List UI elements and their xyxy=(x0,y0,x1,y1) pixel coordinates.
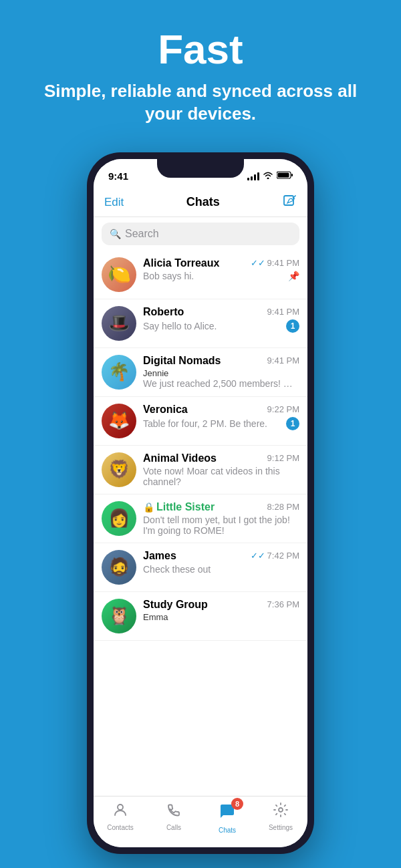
tab-calls[interactable]: Calls xyxy=(147,802,200,834)
chat-content-sister: 🔒 Little Sister 8:28 PM Don't tell mom y… xyxy=(143,501,299,536)
search-input[interactable]: Search xyxy=(125,228,159,240)
search-bar[interactable]: 🔍 Search xyxy=(102,223,299,245)
chat-content-animals: Animal Videos 9:12 PM Vote now! Moar cat… xyxy=(143,452,299,487)
chat-item-roberto[interactable]: 🎩 Roberto 9:41 PM Say hello to Alice. 1 xyxy=(94,299,307,348)
tab-bar: Contacts Calls 8 xyxy=(94,796,307,847)
chat-top-row-sister: 🔒 Little Sister 8:28 PM xyxy=(143,501,299,513)
compose-icon[interactable] xyxy=(282,194,297,211)
chat-name-study: Study Group xyxy=(143,599,208,611)
unread-badge-veronica: 1 xyxy=(286,417,299,430)
double-check-icon-james: ✓✓ xyxy=(251,551,265,561)
chat-item-james[interactable]: 🧔 James ✓✓ 7:42 PM Check these out xyxy=(94,543,307,592)
chat-preview-nomads-msg: We just reached 2,500 members! WOO! xyxy=(143,378,299,389)
search-container: 🔍 Search xyxy=(94,217,307,251)
hero-title: Fast xyxy=(27,27,374,72)
status-icons xyxy=(247,171,293,181)
chat-time-animals: 9:12 PM xyxy=(267,453,299,463)
chat-top-row-animals: Animal Videos 9:12 PM xyxy=(143,452,299,464)
chat-content-study: Study Group 7:36 PM Emma xyxy=(143,599,299,622)
chat-preview-study-sender: Emma xyxy=(143,612,299,622)
chat-time-alicia: ✓✓ 9:41 PM xyxy=(251,258,299,268)
svg-point-4 xyxy=(118,805,123,810)
chat-top-row-nomads: Digital Nomads 9:41 PM xyxy=(143,355,299,367)
search-icon: 🔍 xyxy=(110,229,121,239)
phone-screen: 9:41 Edi xyxy=(94,159,307,847)
phone-wrapper: 9:41 Edi xyxy=(0,152,401,854)
signal-bars-icon xyxy=(247,172,259,180)
chat-preview-roberto: Say hello to Alice. xyxy=(143,321,217,331)
avatar-james: 🧔 xyxy=(102,550,136,585)
avatar-roberto: 🎩 xyxy=(102,306,136,341)
chat-name-james: James xyxy=(143,550,176,562)
double-check-icon-alicia: ✓✓ xyxy=(251,258,265,268)
chat-top-row-james: James ✓✓ 7:42 PM xyxy=(143,550,299,562)
chat-name-alicia: Alicia Torreaux xyxy=(143,257,219,269)
chat-item-alicia[interactable]: 🍋 Alicia Torreaux ✓✓ 9:41 PM Bob says hi… xyxy=(94,251,307,299)
contacts-tab-label: Contacts xyxy=(107,824,133,831)
chat-item-nomads[interactable]: 🌴 Digital Nomads 9:41 PM Jennie We just … xyxy=(94,348,307,397)
avatar-veronica: 🦊 xyxy=(102,404,136,438)
chat-item-study[interactable]: 🦉 Study Group 7:36 PM Emma xyxy=(94,592,307,641)
battery-icon xyxy=(277,171,293,181)
chat-time-study: 7:36 PM xyxy=(267,599,299,609)
avatar-nomads: 🌴 xyxy=(102,355,136,390)
nav-header: Edit Chats xyxy=(94,188,307,217)
chats-badge: 8 xyxy=(231,798,243,810)
calls-icon xyxy=(166,802,182,822)
chat-preview-james: Check these out xyxy=(143,564,211,575)
chat-top-row-alicia: Alicia Torreaux ✓✓ 9:41 PM xyxy=(143,257,299,269)
tab-settings[interactable]: Settings xyxy=(254,802,307,834)
chat-list: 🍋 Alicia Torreaux ✓✓ 9:41 PM Bob says hi… xyxy=(94,251,307,796)
tab-chats[interactable]: 8 Chats xyxy=(200,802,254,834)
calls-tab-label: Calls xyxy=(166,824,181,831)
svg-rect-2 xyxy=(278,173,289,178)
chat-item-veronica[interactable]: 🦊 Veronica 9:22 PM Table for four, 2 PM.… xyxy=(94,397,307,446)
lock-icon-sister: 🔒 xyxy=(143,502,154,513)
status-time: 9:41 xyxy=(108,170,128,182)
chat-top-row-veronica: Veronica 9:22 PM xyxy=(143,404,299,416)
chats-icon: 8 xyxy=(218,802,237,825)
phone-notch xyxy=(157,159,244,178)
chat-preview-animals: Vote now! Moar cat videos in this channe… xyxy=(143,466,299,487)
contacts-icon xyxy=(112,802,128,822)
chat-preview-veronica: Table for four, 2 PM. Be there. xyxy=(143,418,267,429)
tab-contacts[interactable]: Contacts xyxy=(94,802,147,834)
avatar-alicia: 🍋 xyxy=(102,257,136,292)
avatar-animals: 🦁 xyxy=(102,452,136,487)
chat-time-roberto: 9:41 PM xyxy=(267,307,299,317)
chat-content-veronica: Veronica 9:22 PM Table for four, 2 PM. B… xyxy=(143,404,299,430)
chat-item-sister[interactable]: 👩 🔒 Little Sister 8:28 PM Don't tell mom… xyxy=(94,494,307,543)
chat-item-animals[interactable]: 🦁 Animal Videos 9:12 PM Vote now! Moar c… xyxy=(94,446,307,494)
hero-section: Fast Simple, reliable and synced across … xyxy=(0,0,401,139)
chat-time-james: ✓✓ 7:42 PM xyxy=(251,551,299,561)
chat-top-row-study: Study Group 7:36 PM xyxy=(143,599,299,611)
chat-content-alicia: Alicia Torreaux ✓✓ 9:41 PM Bob says hi. … xyxy=(143,257,299,281)
chat-name-nomads: Digital Nomads xyxy=(143,355,221,367)
chat-name-sister: Little Sister xyxy=(156,501,215,513)
phone-frame: 9:41 Edi xyxy=(87,152,314,854)
avatar-sister: 👩 xyxy=(102,501,136,536)
chat-preview-alicia: Bob says hi. xyxy=(143,271,194,281)
chat-name-animals: Animal Videos xyxy=(143,452,217,464)
chat-time-nomads: 9:41 PM xyxy=(267,355,299,366)
settings-tab-label: Settings xyxy=(269,824,293,831)
chats-tab-label: Chats xyxy=(219,827,236,834)
settings-icon xyxy=(273,802,289,822)
edit-button[interactable]: Edit xyxy=(104,196,124,209)
chat-content-james: James ✓✓ 7:42 PM Check these out xyxy=(143,550,299,575)
chat-time-veronica: 9:22 PM xyxy=(267,404,299,414)
chat-name-veronica: Veronica xyxy=(143,404,188,416)
chat-time-sister: 8:28 PM xyxy=(267,502,299,512)
svg-point-5 xyxy=(279,808,283,812)
avatar-study: 🦉 xyxy=(102,599,136,633)
chat-preview-sister: Don't tell mom yet, but I got the job! I… xyxy=(143,515,299,536)
pin-icon-alicia: 📌 xyxy=(288,271,299,281)
chat-top-row-roberto: Roberto 9:41 PM xyxy=(143,306,299,318)
unread-badge-roberto: 1 xyxy=(286,319,299,333)
chat-content-roberto: Roberto 9:41 PM Say hello to Alice. 1 xyxy=(143,306,299,333)
svg-rect-1 xyxy=(291,174,293,176)
wifi-icon xyxy=(263,171,273,181)
chat-name-roberto: Roberto xyxy=(143,306,184,318)
chats-title: Chats xyxy=(186,195,220,209)
chat-content-nomads: Digital Nomads 9:41 PM Jennie We just re… xyxy=(143,355,299,389)
